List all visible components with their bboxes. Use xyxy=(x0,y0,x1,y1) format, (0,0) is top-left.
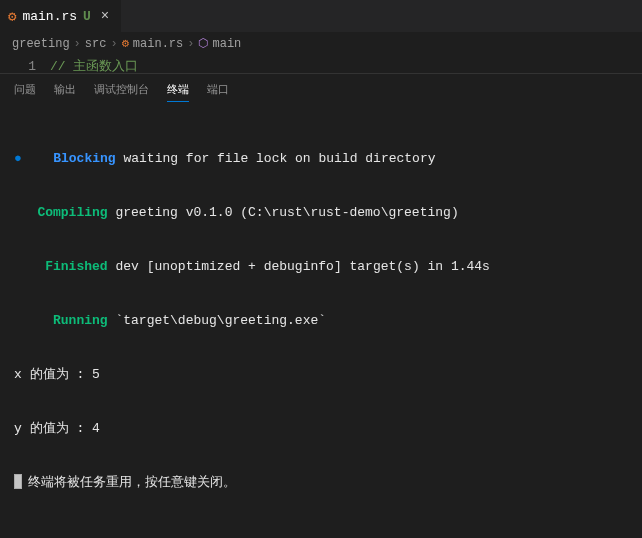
terminal-line: 终端将被任务重用，按任意键关闭。 xyxy=(28,474,236,492)
terminal-line: x 的值为 : 5 xyxy=(14,366,100,384)
breadcrumb-src[interactable]: src xyxy=(85,37,107,51)
chevron-right-icon: › xyxy=(110,37,117,51)
tab-ports[interactable]: 端口 xyxy=(207,82,229,102)
chevron-right-icon: › xyxy=(74,37,81,51)
tab-bar: ⚙ main.rs U × xyxy=(0,0,642,32)
terminal-line: y 的值为 : 4 xyxy=(14,420,100,438)
line-number-gutter: 1 2 3 4 5 6 7 8 9 10 11 12 13 xyxy=(0,57,50,73)
panel-tab-bar: 问题 输出 调试控制台 终端 端口 xyxy=(0,74,642,108)
tab-debug-console[interactable]: 调试控制台 xyxy=(94,82,149,102)
terminal-cursor xyxy=(14,474,22,489)
tab-terminal[interactable]: 终端 xyxy=(167,82,189,102)
rust-file-icon: ⚙ xyxy=(122,36,129,51)
tab-output[interactable]: 输出 xyxy=(54,82,76,102)
close-icon[interactable]: × xyxy=(97,8,113,24)
rust-file-icon: ⚙ xyxy=(8,8,16,25)
code-editor[interactable]: 1 2 3 4 5 6 7 8 9 10 11 12 13 // 主函数入口 ▶… xyxy=(0,55,642,73)
breadcrumb-symbol[interactable]: main xyxy=(212,37,241,51)
terminal-output[interactable]: ● Blocking waiting for file lock on buil… xyxy=(0,108,642,538)
tab-dirty-indicator: U xyxy=(83,9,91,24)
chevron-right-icon: › xyxy=(187,37,194,51)
tab-problems[interactable]: 问题 xyxy=(14,82,36,102)
tab-main-rs[interactable]: ⚙ main.rs U × xyxy=(0,0,122,32)
breadcrumb-greeting[interactable]: greeting xyxy=(12,37,70,51)
breadcrumb-file[interactable]: main.rs xyxy=(133,37,183,51)
code-content[interactable]: // 主函数入口 ▶ Run | Debug fn main() { let x… xyxy=(50,57,642,73)
breadcrumb[interactable]: greeting › src › ⚙ main.rs › ⬡ main xyxy=(0,32,642,55)
bottom-panel: 问题 输出 调试控制台 终端 端口 ● Blocking waiting for… xyxy=(0,73,642,538)
tab-label: main.rs xyxy=(22,9,77,24)
task-status-dot: ● xyxy=(14,150,22,168)
code-comment: // 主函数入口 xyxy=(50,59,138,73)
symbol-function-icon: ⬡ xyxy=(198,36,208,51)
